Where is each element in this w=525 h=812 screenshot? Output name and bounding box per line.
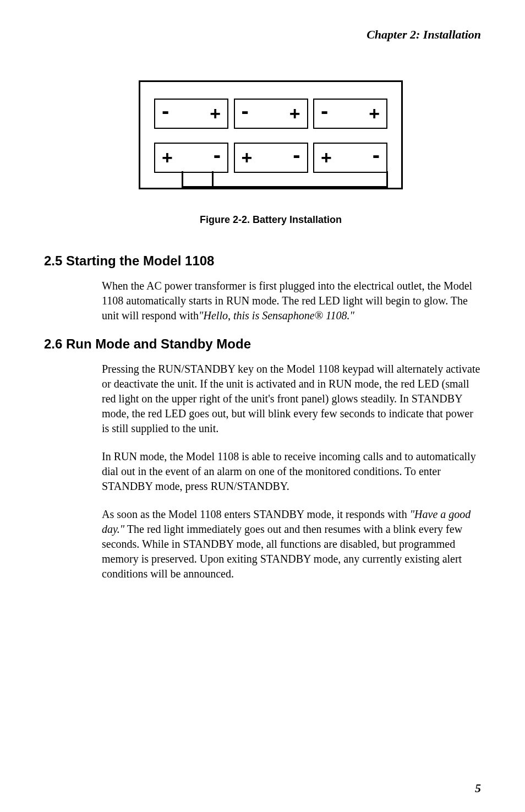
battery-connector <box>154 171 387 188</box>
section-heading-2-6: 2.6 Run Mode and Standby Mode <box>44 336 481 352</box>
body-paragraph: As soon as the Model 1108 enters STANDBY… <box>102 507 481 581</box>
battery-cell: - + <box>234 99 308 129</box>
battery-box: - + - + - + + - + - + - <box>139 80 403 189</box>
battery-cell: + - <box>234 143 308 173</box>
body-paragraph: Pressing the RUN/STANDBY key on the Mode… <box>102 362 481 436</box>
polarity-plus: + <box>162 147 173 168</box>
polarity-plus: + <box>289 103 300 124</box>
section-heading-2-5: 2.5 Starting the Model 1108 <box>44 253 481 269</box>
figure-caption: Figure 2-2. Battery Installation <box>61 214 481 226</box>
page-number: 5 <box>475 781 481 795</box>
polarity-plus: + <box>321 147 332 168</box>
body-paragraph: In RUN mode, the Model 1108 is able to r… <box>102 449 481 494</box>
battery-cell: + - <box>313 143 387 173</box>
body-paragraph: When the AC power transformer is first p… <box>102 279 481 323</box>
polarity-plus: + <box>242 147 253 168</box>
page-header: Chapter 2: Installation <box>61 28 481 42</box>
text-span: Pressing the RUN/STANDBY key on the Mode… <box>102 363 480 434</box>
text-span: The red light immediately goes out and t… <box>102 523 462 580</box>
battery-cell: - + <box>154 99 228 129</box>
battery-row-bottom: + - + - + - <box>154 143 387 173</box>
italic-text: "Hello, this is Sensaphone® 1108." <box>199 309 354 321</box>
battery-row-top: - + - + - + <box>154 99 387 129</box>
battery-diagram: - + - + - + + - + - + - <box>61 80 481 189</box>
battery-cell: + - <box>154 143 228 173</box>
text-span: In RUN mode, the Model 1108 is able to r… <box>102 450 476 492</box>
connector-segment <box>182 171 212 188</box>
polarity-plus: + <box>210 103 221 124</box>
battery-cell: - + <box>313 99 387 129</box>
connector-segment <box>212 171 388 188</box>
polarity-plus: + <box>369 103 380 124</box>
text-span: As soon as the Model 1108 enters STANDBY… <box>102 508 410 520</box>
chapter-label: Chapter 2: Installation <box>367 28 481 41</box>
